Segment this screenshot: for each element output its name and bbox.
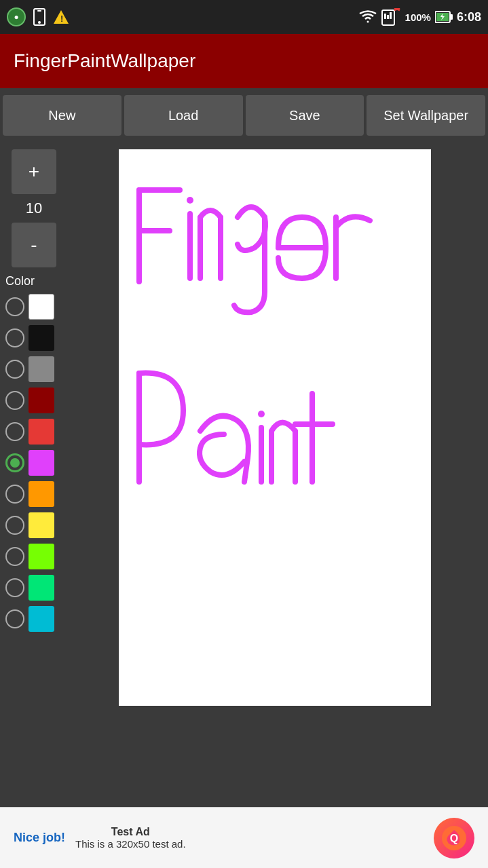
ad-content: Test Ad This is a 320x50 test ad. — [75, 826, 186, 850]
status-right-icons: 100% 6:08 — [359, 8, 481, 26]
ad-description: This is a 320x50 test ad. — [75, 838, 186, 850]
color-row-orange — [0, 480, 68, 508]
color-radio-gray[interactable] — [5, 360, 24, 379]
color-radio-white[interactable] — [5, 297, 24, 316]
color-row-black — [0, 324, 68, 352]
ad-nice-job: Nice job! — [14, 831, 65, 845]
color-swatch-green[interactable] — [29, 575, 54, 601]
brush-increase-button[interactable]: + — [12, 149, 56, 194]
brush-size-display: 10 — [26, 197, 42, 220]
phone-icon — [31, 9, 48, 25]
status-bar: ● ! — [0, 0, 488, 34]
color-swatch-lime[interactable] — [29, 544, 54, 569]
color-swatch-white[interactable] — [29, 294, 54, 320]
color-radio-cyan[interactable] — [5, 609, 24, 628]
color-row-yellow — [0, 511, 68, 540]
color-row-lime — [0, 542, 68, 571]
color-swatch-orange[interactable] — [29, 481, 54, 507]
ad-bar: Nice job! Test Ad This is a 320x50 test … — [0, 807, 488, 868]
sim-icon — [381, 8, 401, 26]
color-row-red — [0, 417, 68, 446]
canvas-svg — [119, 149, 431, 706]
svg-rect-10 — [390, 12, 392, 19]
title-bar: FingerPaintWallpaper — [0, 34, 488, 88]
color-radio-yellow[interactable] — [5, 516, 24, 535]
color-radio-black[interactable] — [5, 328, 24, 347]
svg-point-16 — [258, 411, 265, 417]
color-radio-lime[interactable] — [5, 547, 24, 566]
svg-point-2 — [38, 21, 41, 24]
svg-text:Q: Q — [450, 833, 458, 844]
color-radio-dark-red[interactable] — [5, 391, 24, 410]
color-row-magenta — [0, 449, 68, 477]
canvas-area — [68, 143, 488, 807]
color-row-green — [0, 573, 68, 602]
app-title: FingerPaintWallpaper — [14, 50, 195, 72]
drawing-canvas[interactable] — [119, 149, 431, 706]
warning-icon: ! — [53, 9, 69, 25]
ad-title: Test Ad — [75, 826, 186, 838]
color-swatch-gray[interactable] — [29, 356, 54, 382]
battery-level: 100% — [405, 12, 431, 23]
main-content: + 10 - Color — [0, 143, 488, 807]
svg-text:!: ! — [60, 14, 63, 24]
time-display: 6:08 — [457, 10, 481, 24]
app-icon: ● — [7, 7, 26, 26]
color-swatch-red[interactable] — [29, 419, 54, 445]
color-radio-green[interactable] — [5, 578, 24, 597]
ad-logo-icon: Q — [434, 818, 474, 858]
color-row-cyan — [0, 605, 68, 633]
color-row-dark-red — [0, 386, 68, 415]
color-swatch-yellow[interactable] — [29, 512, 54, 538]
svg-rect-9 — [387, 15, 389, 19]
color-radio-red[interactable] — [5, 422, 24, 441]
svg-rect-1 — [37, 10, 41, 12]
save-button[interactable]: Save — [246, 95, 364, 136]
color-swatch-dark-red[interactable] — [29, 388, 54, 413]
wifi-icon — [359, 10, 377, 24]
new-button[interactable]: New — [3, 95, 121, 136]
load-button[interactable]: Load — [124, 95, 243, 136]
set-wallpaper-button[interactable]: Set Wallpaper — [367, 95, 485, 136]
color-swatch-cyan[interactable] — [29, 606, 54, 632]
color-swatch-magenta[interactable] — [29, 450, 54, 476]
color-row-white — [0, 293, 68, 321]
action-bar: New Load Save Set Wallpaper — [0, 88, 488, 143]
status-left-icons: ● ! — [7, 7, 69, 26]
left-panel: + 10 - Color — [0, 143, 68, 807]
color-swatch-black[interactable] — [29, 325, 54, 351]
svg-point-15 — [187, 197, 193, 204]
svg-rect-8 — [384, 14, 386, 19]
color-row-gray — [0, 355, 68, 383]
svg-rect-12 — [450, 14, 453, 20]
color-label: Color — [0, 270, 35, 290]
battery-icon — [435, 10, 453, 24]
color-radio-magenta[interactable] — [5, 453, 24, 472]
color-radio-orange[interactable] — [5, 485, 24, 504]
brush-decrease-button[interactable]: - — [12, 223, 56, 267]
